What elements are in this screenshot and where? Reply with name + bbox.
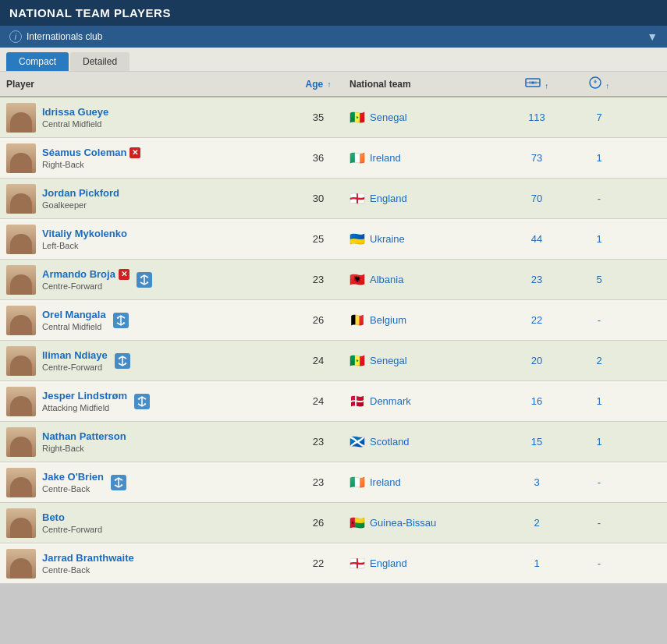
player-caps: 73 (506, 152, 568, 164)
transfer-icon (114, 352, 131, 370)
table-row: Iliman Ndiaye Centre-Forward 24 🇸🇳 Seneg… (0, 341, 667, 381)
table-row: Nathan Patterson Right-Back 23 🏴󠁧󠁢󠁳󠁣󠁴󠁿 S… (0, 422, 667, 462)
player-name[interactable]: Jake O'Brien (42, 471, 104, 483)
age-sort-icon: ↑ (328, 80, 332, 89)
player-cell: Armando Broja ✕ Centre-Forward (6, 265, 287, 295)
nation-name[interactable]: Ukraine (370, 233, 405, 245)
nation-name[interactable]: Denmark (370, 395, 411, 407)
table-row: Vitaliy Mykolenko Left-Back 25 🇺🇦 Ukrain… (0, 219, 667, 260)
nation-name[interactable]: Belgium (370, 314, 406, 326)
avatar (6, 468, 36, 497)
national-team-cell: 🇸🇳 Senegal (349, 110, 506, 125)
player-name[interactable]: Armando Broja ✕ (42, 268, 129, 280)
avatar (6, 143, 36, 173)
player-goals: 1 (568, 152, 630, 164)
player-name[interactable]: Jesper Lindstrøm (42, 390, 127, 402)
player-age: 35 (287, 111, 349, 123)
player-goals: - (568, 476, 630, 488)
player-name[interactable]: Séamus Coleman ✕ (42, 147, 140, 158)
svg-marker-5 (594, 80, 597, 83)
player-age: 23 (287, 436, 349, 448)
player-position: Centre-Back (42, 565, 134, 575)
player-age: 23 (287, 476, 349, 488)
column-headers: Player Age ↑ National team ↑ ↑ (0, 72, 667, 97)
player-name[interactable]: Jarrad Branthwaite (42, 552, 134, 564)
national-team-cell: 🇧🇪 Belgium (349, 313, 506, 327)
national-team-cell: 🇦🇱 Albania (349, 272, 506, 287)
player-name[interactable]: Iliman Ndiaye (42, 349, 108, 361)
caps-icon (525, 76, 541, 89)
flag-icon: 🇮🇪 (349, 150, 365, 165)
player-caps: 113 (506, 111, 568, 123)
player-position: Right-Back (42, 160, 140, 169)
page-title: NATIONAL TEAM PLAYERS (0, 0, 667, 26)
avatar (6, 508, 36, 538)
info-icon: i (9, 30, 22, 43)
player-info: Jordan Pickford Goalkeeper (42, 187, 119, 210)
player-age: 25 (287, 233, 349, 245)
nation-name[interactable]: Albania (370, 274, 403, 285)
player-name[interactable]: Jordan Pickford (42, 187, 119, 199)
avatar (6, 387, 36, 416)
player-cell: Vitaliy Mykolenko Left-Back (6, 225, 287, 254)
player-info: Séamus Coleman ✕ Right-Back (42, 147, 140, 169)
player-age: 22 (287, 557, 349, 569)
player-age: 26 (287, 314, 349, 326)
tab-compact[interactable]: Compact (6, 52, 69, 71)
avatar (6, 184, 36, 214)
col-age[interactable]: Age ↑ (287, 79, 349, 90)
player-position: Left-Back (42, 241, 127, 250)
col-national-team: National team (349, 79, 506, 90)
player-caps: 20 (506, 355, 568, 366)
player-goals: - (568, 193, 630, 204)
player-info: Nathan Patterson Right-Back (42, 430, 126, 453)
club-name: Internationals club (27, 31, 102, 42)
loan-icon (114, 352, 131, 370)
nation-name[interactable]: Scotland (370, 436, 410, 448)
nation-name[interactable]: Senegal (370, 355, 407, 366)
col-caps[interactable]: ↑ (506, 76, 568, 91)
nation-name[interactable]: England (370, 557, 407, 569)
player-goals: 1 (568, 395, 630, 407)
transfer-icon (133, 393, 151, 410)
cross-icon: ✕ (119, 269, 129, 280)
player-name[interactable]: Nathan Patterson (42, 430, 126, 442)
nation-name[interactable]: Senegal (370, 111, 407, 123)
table-row: Armando Broja ✕ Centre-Forward 23 🇦🇱 Alb… (0, 260, 667, 300)
player-caps: 44 (506, 233, 568, 245)
player-goals: - (568, 517, 630, 529)
player-caps: 70 (506, 193, 568, 204)
flag-icon: 🏴󠁧󠁢󠁥󠁮󠁧󠁿 (349, 191, 365, 206)
player-name[interactable]: Idrissa Gueye (42, 106, 108, 118)
player-position: Centre-Forward (42, 281, 129, 291)
player-position: Centre-Forward (42, 525, 102, 534)
national-team-cell: 🇺🇦 Ukraine (349, 232, 506, 246)
dropdown-arrow-icon[interactable]: ▼ (647, 30, 658, 43)
goals-sort-icon: ↑ (605, 82, 609, 90)
avatar (6, 427, 36, 457)
player-cell: Jarrad Branthwaite Centre-Back (6, 549, 287, 579)
player-cell: Iliman Ndiaye Centre-Forward (6, 346, 287, 376)
player-name[interactable]: Vitaliy Mykolenko (42, 228, 127, 239)
nation-name[interactable]: Ireland (370, 152, 401, 164)
nation-name[interactable]: Guinea-Bissau (370, 517, 436, 529)
transfer-icon (136, 271, 153, 288)
nation-name[interactable]: England (370, 193, 407, 204)
col-goals[interactable]: ↑ (568, 76, 630, 91)
player-cell: Idrissa Gueye Central Midfield (6, 103, 287, 133)
caps-sort-icon: ↑ (545, 82, 548, 90)
nation-name[interactable]: Ireland (370, 476, 401, 488)
player-name[interactable]: Beto (42, 511, 102, 523)
player-cell: Jesper Lindstrøm Attacking Midfield (6, 387, 287, 416)
player-name[interactable]: Orel Mangala (42, 309, 106, 320)
table-row: Jesper Lindstrøm Attacking Midfield 24 🇩… (0, 381, 667, 422)
national-team-cell: 🇮🇪 Ireland (349, 475, 506, 490)
flag-icon: 🇦🇱 (349, 272, 365, 287)
player-caps: 22 (506, 314, 568, 326)
tab-detailed[interactable]: Detailed (70, 52, 129, 71)
player-goals: 1 (568, 436, 630, 448)
player-goals: 5 (568, 274, 630, 285)
player-age: 24 (287, 355, 349, 366)
flag-icon: 🇸🇳 (349, 353, 365, 368)
flag-icon: 🇬🇼 (349, 515, 365, 530)
